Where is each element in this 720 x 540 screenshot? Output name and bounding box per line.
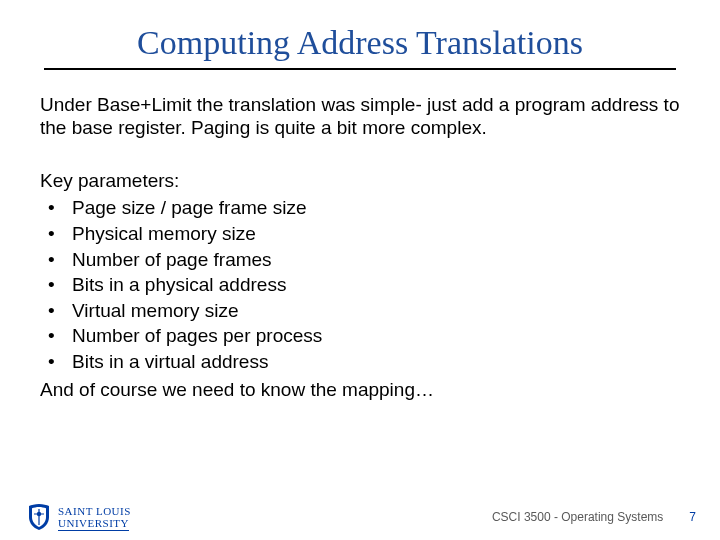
parameters-trail: And of course we need to know the mappin…	[40, 377, 680, 403]
page-number: 7	[689, 510, 696, 524]
list-item: Virtual memory size	[48, 298, 680, 324]
shield-icon	[28, 503, 50, 531]
title-rule	[44, 68, 676, 70]
list-item: Bits in a physical address	[48, 272, 680, 298]
course-label: CSCI 3500 - Operating Systems	[492, 510, 663, 524]
footer-right: CSCI 3500 - Operating Systems 7	[492, 510, 696, 524]
parameters-list: Page size / page frame size Physical mem…	[40, 195, 680, 374]
list-item: Physical memory size	[48, 221, 680, 247]
slide-title: Computing Address Translations	[40, 24, 680, 62]
svg-point-0	[37, 512, 41, 516]
list-item: Number of page frames	[48, 247, 680, 273]
list-item: Bits in a virtual address	[48, 349, 680, 375]
intro-paragraph: Under Base+Limit the translation was sim…	[40, 94, 680, 140]
org-logo: SAINT LOUIS UNIVERSITY	[28, 503, 131, 531]
org-name: SAINT LOUIS UNIVERSITY	[58, 505, 131, 529]
list-item: Page size / page frame size	[48, 195, 680, 221]
list-item: Number of pages per process	[48, 323, 680, 349]
parameters-block: Key parameters: Page size / page frame s…	[40, 168, 680, 403]
slide: Computing Address Translations Under Bas…	[0, 0, 720, 540]
slide-footer: SAINT LOUIS UNIVERSITY CSCI 3500 - Opera…	[0, 494, 720, 540]
parameters-lead: Key parameters:	[40, 168, 680, 194]
